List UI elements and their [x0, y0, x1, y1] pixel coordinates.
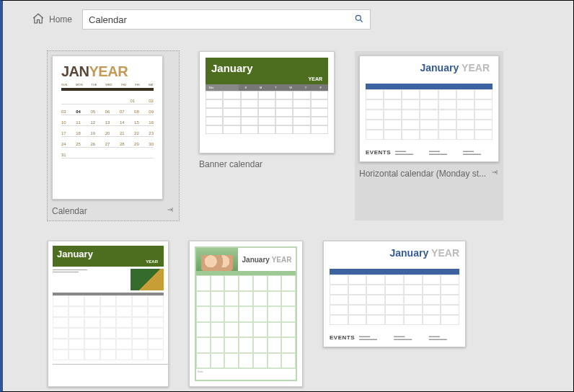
- template-thumbnail: JanuaryYEAR ▬▬▬▬▬▬▬▬▬▬▬▬▬▬▬▬▬▬▬▬▬▬▬▬▬▬▬▬…: [48, 241, 169, 387]
- template-thumbnail: January YEAR EVENTS▬▬▬▬▬▬▬▬▬▬▬▬▬▬▬▬▬▬▬▬▬…: [323, 241, 466, 347]
- thumb-events-label: EVENTS: [366, 149, 391, 156]
- thumb-title-label: Title: [206, 84, 239, 91]
- pin-icon[interactable]: [490, 168, 499, 179]
- template-card[interactable]: JanuaryYEAR TitleSMTWTF Banner calendar: [199, 51, 335, 220]
- template-card[interactable]: JANYEAR SUNMONTUEWEDTHUFRISAT 0102 03040…: [48, 51, 179, 220]
- home-label: Home: [49, 14, 72, 24]
- template-card[interactable]: January YEAR Notes: [189, 241, 303, 387]
- template-label: Banner calendar: [199, 159, 262, 169]
- thumb-month: January: [242, 256, 270, 264]
- template-thumbnail: January YEAR EVENTS▬▬▬▬▬▬▬▬▬▬▬▬▬▬▬▬▬▬▬▬▬…: [359, 55, 499, 162]
- thumb-month: January: [211, 62, 322, 74]
- template-card[interactable]: January YEAR EVENTS▬▬▬▬▬▬▬▬▬▬▬▬▬▬▬▬▬▬▬▬▬…: [323, 241, 466, 387]
- thumb-year: YEAR: [89, 63, 128, 79]
- template-thumbnail: January YEAR Notes: [189, 241, 303, 387]
- thumb-events-label: EVENTS: [330, 334, 355, 341]
- template-grid: JANYEAR SUNMONTUEWEDTHUFRISAT 0102 03040…: [3, 38, 573, 391]
- search-button[interactable]: [348, 10, 370, 29]
- thumb-month: January: [390, 247, 429, 259]
- thumb-year: YEAR: [431, 247, 459, 259]
- template-thumbnail: JANYEAR SUNMONTUEWEDTHUFRISAT 0102 03040…: [52, 55, 163, 200]
- thumb-month: JAN: [61, 63, 89, 79]
- search-field[interactable]: [82, 9, 371, 30]
- top-bar: Home: [3, 1, 573, 38]
- home-button[interactable]: Home: [32, 12, 72, 27]
- template-label: Calendar: [52, 206, 87, 216]
- pin-icon[interactable]: [166, 205, 175, 216]
- svg-point-0: [356, 15, 361, 20]
- photo-placeholder: [131, 269, 164, 290]
- thumb-year: YEAR: [272, 256, 292, 264]
- template-thumbnail: JanuaryYEAR TitleSMTWTF: [199, 51, 335, 153]
- template-card[interactable]: JanuaryYEAR ▬▬▬▬▬▬▬▬▬▬▬▬▬▬▬▬▬▬▬▬▬▬▬▬▬▬▬▬…: [48, 241, 169, 387]
- template-card[interactable]: January YEAR EVENTS▬▬▬▬▬▬▬▬▬▬▬▬▬▬▬▬▬▬▬▬▬…: [355, 51, 503, 220]
- template-gallery: Home JANYEAR SUNMONTUEWEDTHUFRISAT 0102 …: [0, 0, 574, 392]
- home-icon: [32, 12, 45, 27]
- search-input[interactable]: [83, 14, 348, 25]
- template-label: Horizontal calendar (Monday st...: [359, 169, 486, 179]
- thumb-year: YEAR: [146, 259, 158, 264]
- thumb-year: YEAR: [462, 62, 490, 74]
- thumb-month: January: [420, 62, 459, 74]
- thumb-month: January: [57, 249, 159, 259]
- search-icon: [354, 14, 364, 26]
- thumb-year: YEAR: [309, 76, 322, 81]
- photo-placeholder: [196, 248, 238, 271]
